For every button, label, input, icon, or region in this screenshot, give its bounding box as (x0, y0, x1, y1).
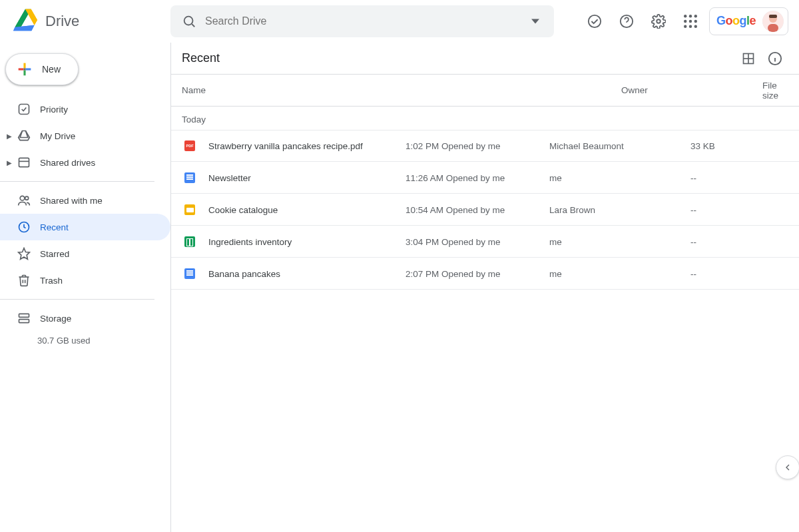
file-name: Strawberry vanilla pancakes recipe.pdf (208, 141, 363, 151)
sidebar-item-my-drive[interactable]: ▶ My Drive (0, 123, 170, 149)
svg-rect-23 (23, 68, 25, 70)
file-owner: Lara Brown (549, 205, 690, 215)
file-opened: 2:07 PM Opened by me (405, 269, 549, 279)
new-button-label: New (42, 64, 61, 75)
svg-rect-25 (19, 158, 29, 166)
drive-logo[interactable]: Drive (5, 8, 170, 35)
docs-file-icon (182, 266, 198, 282)
plus-icon (15, 60, 34, 79)
file-name: Cookie catalogue (208, 205, 278, 215)
sidebar-item-priority[interactable]: Priority (0, 96, 170, 123)
expand-icon[interactable]: ▶ (3, 159, 16, 166)
svg-point-17 (689, 25, 692, 27)
people-icon (16, 192, 32, 208)
col-header-size[interactable]: File size (762, 81, 788, 101)
docs-file-icon (182, 170, 198, 186)
svg-rect-31 (19, 314, 29, 317)
storage-used-text: 30.7 GB used (0, 336, 170, 346)
sidebar-item-starred[interactable]: Starred (0, 240, 170, 267)
avatar (762, 11, 784, 32)
clock-icon (16, 219, 32, 235)
file-row[interactable]: Ingredients inventory 3:04 PM Opened by … (171, 226, 799, 258)
search-options-dropdown-icon[interactable] (522, 8, 549, 35)
svg-point-16 (684, 25, 686, 27)
main-content: Recent Name Owner File size Today Strawb… (170, 43, 799, 532)
svg-point-18 (694, 25, 697, 27)
shared-drives-icon (16, 154, 32, 170)
svg-rect-32 (19, 320, 29, 323)
file-list: Strawberry vanilla pancakes recipe.pdf 1… (171, 130, 799, 290)
svg-rect-22 (769, 15, 777, 18)
storage-icon (16, 310, 32, 326)
file-opened: 10:54 AM Opened by me (405, 205, 549, 215)
svg-point-15 (694, 19, 697, 22)
sidebar-item-recent[interactable]: Recent (0, 214, 170, 240)
new-button[interactable]: New (5, 53, 79, 85)
svg-point-9 (657, 19, 661, 23)
sidebar-item-shared-drives[interactable]: ▶ Shared drives (0, 149, 170, 176)
header: Drive Google (0, 0, 799, 43)
svg-line-5 (192, 24, 194, 27)
svg-marker-30 (19, 248, 30, 260)
col-header-name[interactable]: Name (182, 85, 621, 95)
sidebar: New Priority ▶ My Drive ▶ Shared drives (0, 43, 170, 532)
sidebar-item-shared-with-me[interactable]: Shared with me (0, 187, 170, 214)
svg-point-28 (25, 196, 29, 200)
svg-point-6 (589, 15, 601, 27)
svg-point-27 (20, 196, 25, 200)
file-opened: 3:04 PM Opened by me (405, 237, 549, 247)
svg-point-4 (184, 16, 193, 25)
svg-rect-24 (19, 105, 29, 115)
star-icon (16, 246, 32, 262)
col-header-owner[interactable]: Owner (621, 85, 762, 95)
priority-icon (16, 101, 32, 117)
sidebar-item-trash[interactable]: Trash (0, 267, 170, 294)
layout-toggle-icon[interactable] (735, 45, 762, 72)
file-name: Banana pancakes (208, 269, 280, 279)
file-opened: 11:26 AM Opened by me (405, 173, 549, 183)
page-title: Recent (182, 51, 735, 65)
details-info-icon[interactable] (762, 45, 788, 72)
file-size: -- (690, 237, 788, 247)
svg-rect-21 (768, 24, 778, 32)
section-label: Today (171, 107, 799, 130)
side-panel-toggle[interactable] (776, 455, 799, 479)
file-row[interactable]: Banana pancakes 2:07 PM Opened by me me … (171, 258, 799, 290)
account-switcher[interactable]: Google (709, 7, 788, 35)
file-size: 33 KB (690, 141, 788, 151)
svg-point-14 (689, 19, 692, 22)
file-size: -- (690, 269, 788, 279)
trash-icon (16, 272, 32, 288)
file-row[interactable]: Cookie catalogue 10:54 AM Opened by me L… (171, 194, 799, 226)
slides-file-icon (182, 202, 198, 218)
app-name: Drive (45, 13, 79, 30)
search-icon[interactable] (176, 8, 202, 35)
search-input[interactable] (202, 15, 522, 27)
search-bar[interactable] (170, 5, 554, 37)
file-name: Newsletter (208, 173, 251, 183)
file-size: -- (690, 205, 788, 215)
apps-grid-icon[interactable] (677, 8, 704, 35)
drive-logo-icon (13, 8, 37, 35)
column-headers: Name Owner File size (171, 75, 799, 107)
file-owner: Michael Beaumont (549, 141, 690, 151)
file-name: Ingredients inventory (208, 237, 292, 247)
svg-point-13 (684, 19, 686, 22)
help-icon[interactable] (613, 8, 640, 35)
file-owner: me (549, 173, 690, 183)
pdf-file-icon (182, 138, 198, 154)
file-size: -- (690, 173, 788, 183)
offline-status-icon[interactable] (581, 8, 608, 35)
file-row[interactable]: Newsletter 11:26 AM Opened by me me -- (171, 162, 799, 194)
sheets-file-icon (182, 234, 198, 250)
file-opened: 1:02 PM Opened by me (405, 141, 549, 151)
sidebar-item-storage[interactable]: Storage (0, 305, 170, 332)
google-logo-text: Google (716, 14, 756, 28)
file-row[interactable]: Strawberry vanilla pancakes recipe.pdf 1… (171, 130, 799, 162)
my-drive-icon (16, 128, 32, 144)
settings-gear-icon[interactable] (645, 8, 672, 35)
svg-point-10 (684, 15, 686, 17)
expand-icon[interactable]: ▶ (3, 133, 16, 140)
svg-point-12 (694, 15, 697, 17)
file-owner: me (549, 269, 690, 279)
